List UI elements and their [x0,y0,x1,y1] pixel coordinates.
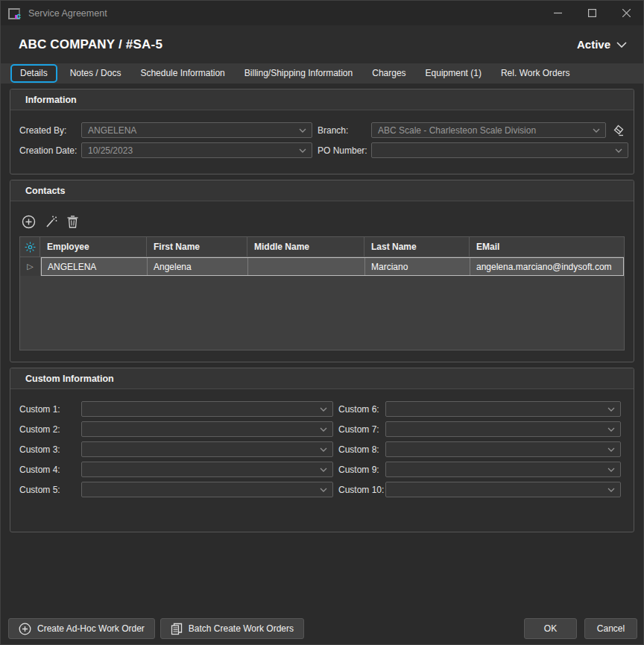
maximize-button[interactable] [575,1,609,25]
add-contact-button[interactable] [22,215,36,229]
tab-rel-work-orders[interactable]: Rel. Work Orders [491,63,579,84]
custom-7-select[interactable] [385,421,621,437]
tab-bar: Details Notes / Docs Schedule Informatio… [1,63,643,84]
batch-documents-icon [171,623,183,635]
clear-branch-button[interactable] [606,124,628,137]
column-header-email[interactable]: EMail [470,237,624,257]
contacts-grid: Employee First Name Middle Name Last Nam… [19,236,625,350]
status-dropdown[interactable]: Active [577,38,627,51]
custom-2-label: Custom 2: [19,424,81,435]
creation-date-label: Creation Date: [19,145,81,156]
po-number-select[interactable] [371,142,628,158]
information-panel-body: Created By: ANGELENA Branch: ABC Scale -… [10,110,634,174]
branch-select[interactable]: ABC Scale - Charlesteon Scale Division [371,122,606,138]
tab-schedule-information[interactable]: Schedule Information [130,63,234,84]
delete-contact-button[interactable] [66,215,79,229]
cancel-button[interactable]: Cancel [584,618,637,639]
custom-information-panel-body: Custom 1: Custom 6: Custom 2: [10,389,634,532]
create-adhoc-work-order-button[interactable]: Create Ad-Hoc Work Order [8,618,155,639]
chevron-down-icon [607,427,615,432]
custom-5-select[interactable] [81,482,333,497]
custom-10-select[interactable] [385,482,621,497]
chevron-down-icon [593,128,600,133]
branch-value: ABC Scale - Charlesteon Scale Division [378,125,593,136]
eraser-icon [610,124,625,137]
table-row[interactable]: ▷ ANGELENA Angelena Marciano angelena.ma… [20,257,624,276]
chevron-down-icon [616,42,627,48]
sun-settings-icon [25,242,36,253]
cell-first-name[interactable]: Angelena [148,258,248,275]
custom-row-4: Custom 4: Custom 9: [19,462,621,477]
batch-create-work-orders-button[interactable]: Batch Create Work Orders [160,618,304,639]
maximize-icon [588,9,596,17]
chevron-down-icon [607,447,615,452]
column-header-middle-name[interactable]: Middle Name [247,237,364,257]
contacts-toolbar [19,209,625,234]
cell-middle-name[interactable] [248,258,365,275]
cell-last-name[interactable]: Marciano [365,258,470,275]
chevron-down-icon [607,488,615,492]
branch-label: Branch: [318,125,371,136]
creation-date-value: 10/25/2023 [88,145,299,156]
footer-bar: Create Ad-Hoc Work Order Batch Create Wo… [8,618,637,639]
selected-row-cells: ANGELENA Angelena Marciano angelena.marc… [41,257,624,276]
close-button[interactable] [609,1,643,25]
minimize-icon [554,9,562,17]
custom-10-label: Custom 10: [338,485,385,495]
chevron-down-icon [320,468,327,472]
minimize-button[interactable] [540,1,575,25]
app-icon: c [8,7,21,19]
information-row-2: Creation Date: 10/25/2023 PO Number: [19,142,628,158]
created-by-select[interactable]: ANGELENA [81,122,312,138]
custom-1-label: Custom 1: [19,404,81,415]
cell-email[interactable]: angelena.marciano@indysoft.com [470,258,623,275]
custom-9-label: Custom 9: [338,465,385,475]
custom-4-label: Custom 4: [19,465,81,475]
close-icon [622,9,631,17]
column-header-first-name[interactable]: First Name [147,237,247,257]
creation-date-select[interactable]: 10/25/2023 [81,142,312,158]
grid-settings-column[interactable] [20,237,40,257]
window-title: Service Agreement [28,8,107,19]
contacts-panel-title: Contacts [10,180,634,201]
delete-icon [66,215,79,229]
custom-6-label: Custom 6: [338,404,385,415]
chevron-down-icon [320,488,327,492]
plus-circle-icon [19,623,31,635]
contacts-grid-header: Employee First Name Middle Name Last Nam… [20,237,624,257]
cell-employee[interactable]: ANGELENA [42,258,148,275]
custom-row-5: Custom 5: Custom 10: [19,482,621,497]
chevron-down-icon [607,468,615,472]
created-by-label: Created By: [19,125,81,136]
tab-equipment[interactable]: Equipment (1) [416,63,491,84]
page-title: ABC COMPANY / #SA-5 [19,37,162,52]
chevron-down-icon [615,148,622,153]
custom-6-select[interactable] [385,401,621,417]
information-row-1: Created By: ANGELENA Branch: ABC Scale -… [19,122,628,138]
chevron-down-icon [320,427,327,432]
tab-notes-docs[interactable]: Notes / Docs [60,63,131,84]
chevron-down-icon [320,447,327,452]
custom-1-select[interactable] [81,401,333,417]
column-header-last-name[interactable]: Last Name [364,237,470,257]
created-by-value: ANGELENA [88,125,299,136]
column-header-employee[interactable]: Employee [40,237,147,257]
custom-3-select[interactable] [81,441,333,457]
document-header: ABC COMPANY / #SA-5 Active [1,25,643,63]
custom-8-select[interactable] [385,441,621,457]
ok-button[interactable]: OK [524,618,577,639]
tab-billing-shipping-information[interactable]: Billing/Shipping Information [235,63,362,84]
custom-information-panel: Custom Information Custom 1: Custom 6: [10,368,634,532]
custom-9-select[interactable] [385,462,621,477]
tab-details[interactable]: Details [10,64,57,83]
auto-add-contact-button[interactable] [44,215,58,229]
tab-charges[interactable]: Charges [362,63,415,84]
row-indicator-icon: ▷ [20,257,41,276]
custom-row-3: Custom 3: Custom 8: [19,441,621,457]
custom-2-select[interactable] [81,421,333,437]
contacts-panel-body: Employee First Name Middle Name Last Nam… [10,201,634,362]
batch-create-work-orders-label: Batch Create Work Orders [189,623,294,634]
chevron-down-icon [299,148,306,153]
custom-4-select[interactable] [81,462,333,477]
information-panel-title: Information [10,89,634,110]
